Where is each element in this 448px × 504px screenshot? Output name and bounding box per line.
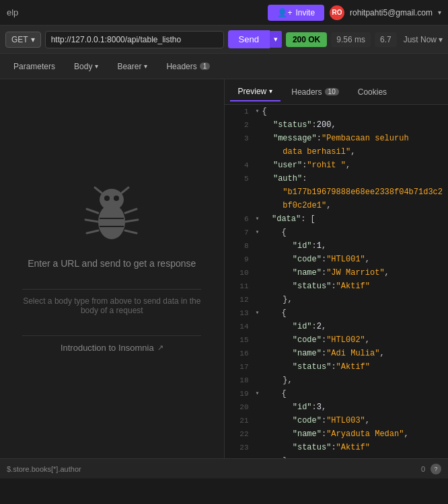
right-panel-container: Preview ▾ Headers 10 Cookies 1 ▾ { 2 "st…: [225, 79, 448, 458]
url-bar: GET ▾ Send ▾ 200 OK 9.56 ms 6.7 Just Now…: [0, 26, 448, 54]
svg-line-7: [85, 220, 98, 222]
tab-cookies[interactable]: Cookies: [350, 83, 395, 101]
json-viewer[interactable]: 1 ▾ { 2 "status": 200, 3 "message": "Pem…: [225, 105, 448, 458]
json-line: 16 "name": "Adi Mulia",: [225, 347, 448, 360]
json-line: 9 "code": "HTL001",: [225, 253, 448, 266]
user-email: rohitpahti5@gmail.com: [350, 8, 433, 17]
send-button-group: Send ▾: [228, 30, 282, 48]
avatar: RO: [330, 5, 344, 20]
intro-link[interactable]: Introduction to Insomnia ↗: [61, 343, 163, 353]
collapse-arrow[interactable]: ▾: [256, 388, 260, 400]
divider-2: [22, 335, 201, 336]
json-line: 23 "status": "Aktif": [225, 441, 448, 454]
status-badge: 200 OK: [286, 32, 327, 47]
collapse-arrow[interactable]: ▾: [256, 213, 260, 225]
json-line: 3 "message": "Pembacaan seluruh: [225, 132, 448, 145]
statusbar-text: $.store.books[*].author: [7, 465, 416, 473]
tab-preview[interactable]: Preview ▾: [230, 83, 281, 101]
request-tabs: Parameters Body ▾ Bearer ▾ Headers 1: [0, 54, 448, 79]
invite-icon: 👤+: [277, 8, 292, 17]
json-line: data berhasil",: [225, 145, 448, 159]
main-content: Enter a URL and send to get a response S…: [0, 79, 448, 458]
status-circle: ?: [431, 464, 441, 474]
svg-line-8: [87, 230, 98, 233]
svg-point-5: [98, 204, 125, 239]
response-tabs: Preview ▾ Headers 10 Cookies: [225, 79, 448, 105]
body-hint: Select a body type from above to send da…: [0, 296, 224, 315]
json-line: 10 "name": "JW Marriot",: [225, 266, 448, 280]
svg-line-6: [87, 209, 98, 213]
json-line: 21 "code": "HTL003",: [225, 414, 448, 427]
tab-parameters[interactable]: Parameters: [5, 58, 63, 75]
url-input[interactable]: [45, 31, 224, 48]
enter-url-text: Enter a URL and send to get a response: [28, 258, 196, 269]
svg-line-2: [122, 187, 128, 193]
left-panel: Enter a URL and send to get a response S…: [0, 79, 225, 458]
top-bar: elp 👤+ Invite RO rohitpahti5@gmail.com ▾: [0, 0, 448, 26]
collapse-arrow[interactable]: ▾: [256, 106, 260, 118]
status-bar: $.store.books[*].author 0 ?: [0, 458, 448, 478]
timestamp: Just Now ▾: [404, 35, 443, 44]
json-line: 24 },: [225, 454, 448, 458]
chevron-down-icon[interactable]: ▾: [438, 9, 441, 16]
json-line: 12 },: [225, 293, 448, 306]
tab-headers[interactable]: Headers 1: [158, 58, 218, 75]
response-time: 9.56 ms: [331, 32, 371, 47]
divider: [22, 289, 201, 290]
json-line: bf0c2de1",: [225, 199, 448, 212]
response-headers-badge: 10: [325, 88, 339, 95]
json-line: 20 "id": 3,: [225, 401, 448, 414]
json-line: 14 "id": 2,: [225, 320, 448, 333]
json-line: "b177b19679888e68ee2338f04b71d3c2: [225, 185, 448, 199]
invite-button[interactable]: 👤+ Invite: [268, 5, 324, 21]
svg-line-1: [95, 187, 102, 193]
json-line: 15 "code": "HTL002",: [225, 333, 448, 347]
chevron-down-icon[interactable]: ▾: [439, 35, 443, 44]
chevron-icon: ▾: [31, 35, 35, 44]
response-size: 6.7: [375, 32, 397, 47]
svg-line-9: [125, 209, 137, 213]
external-link-icon: ↗: [157, 343, 163, 352]
method-selector[interactable]: GET ▾: [5, 32, 41, 48]
tab-bearer[interactable]: Bearer ▾: [109, 58, 155, 75]
send-dropdown-button[interactable]: ▾: [270, 31, 282, 48]
json-line: 13 ▾ {: [225, 306, 448, 320]
tab-body[interactable]: Body ▾: [66, 58, 106, 75]
chevron-down-icon: ▾: [95, 62, 98, 70]
json-line: 4 "user": "rohit ",: [225, 159, 448, 172]
json-line: 6 ▾ "data": [: [225, 212, 448, 226]
headers-badge: 1: [200, 62, 211, 70]
json-line: 7 ▾ {: [225, 226, 448, 239]
chevron-down-icon: ▾: [144, 62, 147, 70]
svg-point-3: [104, 196, 110, 201]
json-line: 22 "name": "Aryaduta Medan",: [225, 427, 448, 441]
json-line: 2 "status": 200,: [225, 118, 448, 132]
svg-point-4: [114, 196, 119, 201]
statusbar-count: 0: [421, 465, 425, 473]
send-button[interactable]: Send: [228, 30, 270, 48]
json-line: 5 "auth":: [225, 172, 448, 185]
collapse-arrow[interactable]: ▾: [256, 307, 260, 319]
bug-icon: [81, 185, 142, 247]
svg-line-11: [125, 230, 137, 233]
json-line: 8 "id": 1,: [225, 239, 448, 253]
json-line: 11 "status": "Aktif": [225, 280, 448, 293]
json-line: 19 ▾ {: [225, 387, 448, 401]
chevron-down-icon: ▾: [269, 87, 272, 95]
json-line: 17 "status": "Aktif": [225, 360, 448, 374]
svg-line-10: [125, 220, 138, 222]
json-line: 1 ▾ {: [225, 105, 448, 118]
tab-response-headers[interactable]: Headers 10: [283, 83, 346, 101]
collapse-arrow[interactable]: ▾: [256, 226, 260, 239]
json-line: 18 },: [225, 374, 448, 387]
app-title: elp: [7, 7, 18, 17]
